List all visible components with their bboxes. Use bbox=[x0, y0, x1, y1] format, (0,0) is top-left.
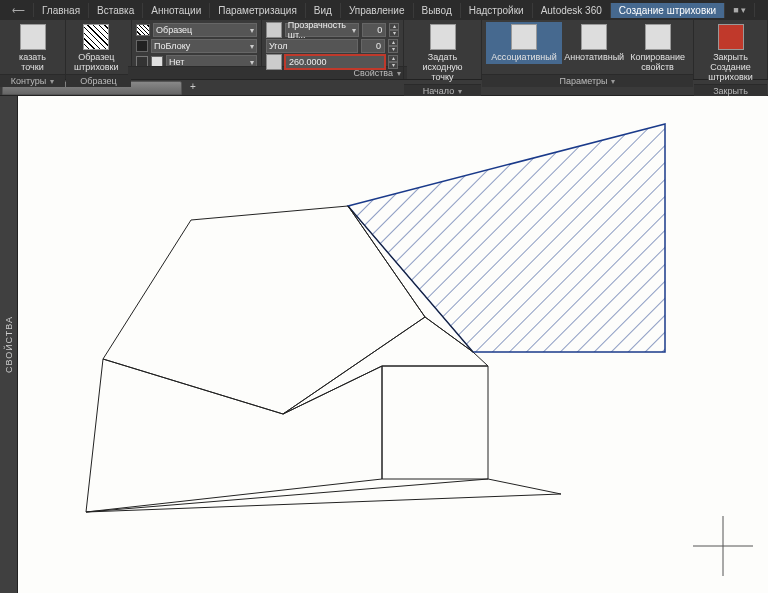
tab-hatch-create[interactable]: Создание штриховки bbox=[611, 3, 725, 18]
angle-value[interactable]: 0 bbox=[361, 39, 385, 53]
panel-expand-icon[interactable]: ▾ bbox=[611, 77, 615, 86]
scale-icon bbox=[266, 54, 282, 70]
tab-extra[interactable]: ■ ▾ bbox=[725, 3, 755, 17]
scale-value[interactable]: 260.0000 bbox=[285, 55, 385, 69]
scale-spinner[interactable]: ▴▾ bbox=[388, 55, 398, 69]
panel-properties-left: Образец▾ ПоБлоку▾ Нет▾ bbox=[132, 20, 262, 79]
panel-contours-title: Контуры bbox=[11, 76, 46, 86]
angle-label: Угол bbox=[269, 41, 287, 51]
crosshair-cursor bbox=[693, 516, 753, 576]
set-origin-button[interactable]: Задать исходную точку bbox=[408, 22, 477, 84]
match-props-button[interactable]: Копирование свойств bbox=[626, 22, 689, 74]
tab-manage[interactable]: Управление bbox=[341, 3, 414, 18]
close-icon bbox=[718, 24, 744, 50]
transparency-dropdown[interactable]: Прозрачность шт...▾ bbox=[285, 23, 360, 37]
associative-button[interactable]: Ассоциативный bbox=[486, 22, 562, 64]
ribbon: казать точки Контуры▾ Образец штриховки … bbox=[0, 20, 768, 80]
hatched-polygon[interactable] bbox=[348, 124, 665, 352]
tab-addons[interactable]: Надстройки bbox=[461, 3, 533, 18]
tab-main[interactable]: Главная bbox=[34, 3, 89, 18]
hatch-sample-button[interactable]: Образец штриховки bbox=[70, 22, 123, 74]
panel-origin: Задать исходную точку Начало▾ bbox=[404, 20, 482, 79]
panel-expand-icon[interactable]: ▾ bbox=[50, 77, 54, 86]
angle-spinner[interactable]: ▴▾ bbox=[388, 39, 398, 53]
tab-parametric[interactable]: Параметризация bbox=[210, 3, 306, 18]
pick-points-button[interactable]: казать точки bbox=[4, 22, 61, 74]
tab-autodesk360[interactable]: Autodesk 360 bbox=[533, 3, 611, 18]
tab-output[interactable]: Вывод bbox=[414, 3, 461, 18]
panel-sample-title: Образец bbox=[80, 76, 116, 86]
annotative-label: Аннотативный bbox=[564, 52, 624, 62]
set-origin-icon bbox=[430, 24, 456, 50]
panel-close-title: Закрыть bbox=[713, 86, 748, 96]
panel-expand-icon[interactable]: ▾ bbox=[458, 87, 462, 96]
app-menu[interactable]: ⟵ bbox=[4, 3, 34, 17]
associative-icon bbox=[511, 24, 537, 50]
transparency-value[interactable]: 0 bbox=[362, 23, 386, 37]
polygon-bottom-left[interactable] bbox=[86, 359, 382, 512]
properties-side-label: СВОЙСТВА bbox=[4, 316, 14, 373]
tab-insert[interactable]: Вставка bbox=[89, 3, 143, 18]
transparency-spinner[interactable]: ▴▾ bbox=[389, 23, 399, 37]
hatch-color-value: ПоБлоку bbox=[154, 41, 190, 51]
pick-points-label: казать точки bbox=[8, 52, 57, 72]
menu-tabs: ⟵ Главная Вставка Аннотации Параметризац… bbox=[0, 0, 768, 20]
panel-properties-right: Прозрачность шт...▾ 0 ▴▾ Угол 0 ▴▾ 260.0… bbox=[262, 20, 404, 79]
panel-sample: Образец штриховки Образец bbox=[66, 20, 132, 79]
annotative-button[interactable]: Аннотативный bbox=[562, 22, 626, 64]
associative-label: Ассоциативный bbox=[491, 52, 557, 62]
angle-label-box: Угол bbox=[266, 39, 358, 53]
panel-close: Закрыть Создание штриховки Закрыть bbox=[694, 20, 768, 79]
polygon-rect[interactable] bbox=[382, 366, 488, 479]
panel-origin-title: Начало bbox=[423, 86, 454, 96]
hatch-sample-label: Образец штриховки bbox=[74, 52, 119, 72]
transparency-icon bbox=[266, 22, 282, 38]
drawing-canvas[interactable] bbox=[18, 96, 768, 593]
hatch-type-icon bbox=[136, 24, 150, 36]
annotative-icon bbox=[581, 24, 607, 50]
match-props-icon bbox=[645, 24, 671, 50]
properties-side-panel[interactable]: СВОЙСТВА bbox=[0, 96, 18, 593]
transparency-label: Прозрачность шт... bbox=[288, 20, 349, 40]
panel-contours: казать точки Контуры▾ bbox=[0, 20, 66, 79]
match-props-label: Копирование свойств bbox=[630, 52, 685, 72]
panel-options-title: Параметры bbox=[560, 76, 608, 86]
tab-annotations[interactable]: Аннотации bbox=[143, 3, 210, 18]
set-origin-label: Задать исходную точку bbox=[412, 52, 473, 82]
new-document-button[interactable]: + bbox=[186, 81, 200, 95]
hatch-type-value: Образец bbox=[156, 25, 192, 35]
hatch-type-dropdown[interactable]: Образец▾ bbox=[153, 23, 257, 37]
pick-points-icon bbox=[20, 24, 46, 50]
color-swatch-icon bbox=[136, 40, 148, 52]
panel-options: Ассоциативный Аннотативный Копирование с… bbox=[482, 20, 694, 79]
close-hatch-label: Закрыть Создание штриховки bbox=[702, 52, 759, 82]
close-hatch-button[interactable]: Закрыть Создание штриховки bbox=[698, 22, 763, 84]
polygon-bottom-tri[interactable] bbox=[86, 479, 561, 512]
hatch-sample-icon bbox=[83, 24, 109, 50]
hatch-color-dropdown[interactable]: ПоБлоку▾ bbox=[151, 39, 257, 53]
tab-view[interactable]: Вид bbox=[306, 3, 341, 18]
